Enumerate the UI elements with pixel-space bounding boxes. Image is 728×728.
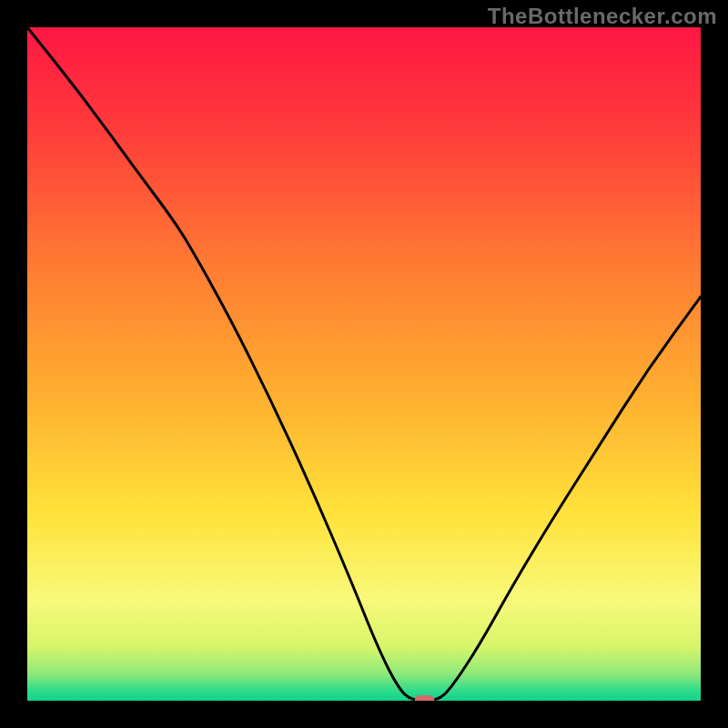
gradient-background (27, 27, 701, 701)
bottleneck-chart (27, 27, 701, 701)
optimal-marker (415, 695, 435, 701)
plot-area (27, 27, 701, 701)
watermark-text: TheBottlenecker.com (488, 4, 717, 29)
chart-frame: TheBottlenecker.com (0, 0, 728, 728)
